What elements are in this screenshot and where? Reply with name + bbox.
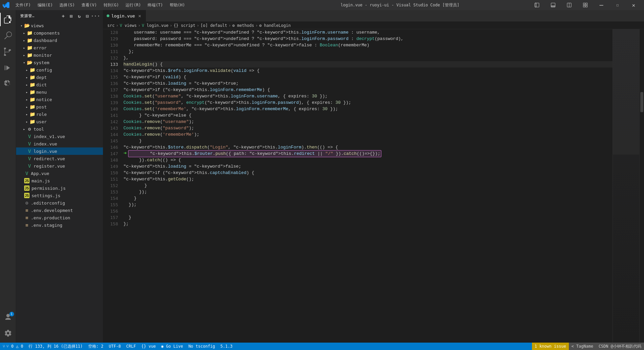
- tree-item-env-dev[interactable]: ▸ ≡ .env.development: [16, 207, 103, 214]
- run-button[interactable]: [0, 60, 16, 76]
- tab-close-button[interactable]: ✕: [137, 13, 142, 18]
- code-line-157: }: [123, 214, 612, 221]
- tree-item-app[interactable]: ▸ V App.vue: [16, 170, 103, 177]
- code-line-136: "c-keyword">this.loading = "c-keyword">t…: [123, 80, 612, 87]
- tree-item-config[interactable]: ▸ 📁 config: [16, 66, 103, 74]
- search-button[interactable]: [0, 28, 16, 44]
- refresh-icon[interactable]: ↻: [76, 13, 83, 19]
- tree-item-components[interactable]: ▸ 📁 components: [16, 29, 103, 37]
- status-tsconfig[interactable]: No tsconfig: [186, 343, 218, 350]
- tree-item-env-prod[interactable]: ▸ ≡ .env.production: [16, 214, 103, 221]
- status-go-live[interactable]: ◉ Go Live: [159, 343, 186, 350]
- env-file-icon: ≡: [24, 215, 30, 220]
- tree-item-error[interactable]: ▸ 📁 error: [16, 44, 103, 51]
- tree-item-system[interactable]: ▾ 📂 system: [16, 59, 103, 66]
- new-folder-icon[interactable]: ⊞: [68, 13, 75, 19]
- known-issue-button[interactable]: 1 known issue: [532, 343, 569, 350]
- tree-label-components: components: [34, 31, 60, 36]
- svg-rect-6: [583, 3, 585, 5]
- layout-icon[interactable]: [578, 0, 593, 10]
- split-editor-icon[interactable]: [561, 0, 577, 10]
- breadcrumb-sep-2: ›: [138, 23, 141, 28]
- vertical-scrollbar[interactable]: [639, 29, 644, 343]
- menu-help[interactable]: 帮助(H): [166, 0, 189, 10]
- tree-item-permission-js[interactable]: ▸ JS permission.js: [16, 184, 103, 192]
- tree-item-tool[interactable]: ▸ ⚙ tool: [16, 125, 103, 133]
- tree-item-post[interactable]: ▸ 📁 post: [16, 103, 103, 111]
- tree-item-dict[interactable]: ▸ 📁 dict: [16, 81, 103, 88]
- tree-item-views[interactable]: ▾ 📂 views: [16, 22, 103, 29]
- tree-item-main-js[interactable]: ▸ JS main.js: [16, 177, 103, 184]
- folder-icon: 📁: [30, 97, 35, 102]
- explorer-button[interactable]: [0, 11, 16, 28]
- code-content[interactable]: username: username === "c-keyword">undef…: [121, 29, 612, 343]
- tree-item-dept[interactable]: ▸ 📁 dept: [16, 74, 103, 81]
- sidebar-toggle-icon[interactable]: [529, 0, 545, 10]
- code-line-146: "c-keyword">this.$store.dispatch("Login"…: [123, 144, 612, 150]
- tree-item-editorconfig[interactable]: ▸ ⚙ .editorconfig: [16, 199, 103, 207]
- breadcrumb-script[interactable]: {} script: [173, 23, 195, 28]
- settings-button[interactable]: [0, 325, 16, 341]
- breadcrumb-login-vue[interactable]: V login.vue: [142, 23, 168, 28]
- folder-icon: 📁: [27, 38, 32, 43]
- code-line-156: [123, 208, 612, 214]
- tree-item-redirect[interactable]: ▸ V redirect.vue: [16, 155, 103, 162]
- tree-item-menu[interactable]: ▸ 📁 menu: [16, 88, 103, 96]
- account-button[interactable]: 1: [0, 309, 16, 325]
- code-line-138: Cookies.set("username", "c-keyword">this…: [123, 93, 612, 99]
- status-bar: ⑂ ⑂ 0 △ 0 行 133, 列 16 (已选择11) 空格: 2 UTF-…: [0, 343, 644, 350]
- code-editor[interactable]: 1281291301311321331341351361371381391401…: [103, 29, 644, 343]
- new-file-icon[interactable]: +: [60, 13, 67, 19]
- breadcrumb-default[interactable]: [o] default: [201, 23, 227, 28]
- folder-icon: 📁: [27, 52, 32, 58]
- extensions-button[interactable]: [0, 76, 16, 92]
- close-button[interactable]: ✕: [626, 0, 641, 10]
- tree-label-dept: dept: [36, 75, 47, 80]
- menu-run[interactable]: 运行(R): [122, 0, 144, 10]
- arrow-icon: ▸: [24, 103, 30, 111]
- breadcrumb-src[interactable]: src: [107, 23, 115, 28]
- tree-item-role[interactable]: ▸ 📁 role: [16, 111, 103, 118]
- status-encoding[interactable]: UTF-8: [106, 343, 123, 350]
- menu-file[interactable]: 文件(F): [12, 0, 34, 10]
- status-version[interactable]: 5.1.3: [218, 343, 235, 350]
- tree-item-dashboard[interactable]: ▸ 📁 dashboard: [16, 37, 103, 44]
- tree-item-monitor[interactable]: ▸ 📁 monitor: [16, 51, 103, 59]
- panel-toggle-icon[interactable]: [545, 0, 561, 10]
- status-language[interactable]: {} vue: [139, 343, 158, 350]
- source-control-button[interactable]: [0, 44, 16, 60]
- status-eol[interactable]: CRLF: [123, 343, 139, 350]
- code-line-134: "c-keyword">this.$refs.loginForm.validat…: [123, 68, 612, 74]
- menu-edit[interactable]: 编辑(E): [34, 0, 56, 10]
- tab-label: login.vue: [111, 13, 135, 18]
- breadcrumb-methods[interactable]: ⚙ methods: [232, 23, 254, 28]
- tab-login-vue[interactable]: login.vue ✕: [103, 10, 146, 21]
- tree-item-login[interactable]: ▸ V login.vue: [16, 147, 103, 155]
- tree-item-settings-js[interactable]: ▸ JS settings.js: [16, 192, 103, 199]
- tree-item-notice[interactable]: ▸ 📁 notice: [16, 96, 103, 103]
- tree-item-user[interactable]: ▸ 📁 user: [16, 118, 103, 125]
- status-git-icon[interactable]: ⑂ ⑂ 0 △ 0: [0, 343, 26, 350]
- minimize-button[interactable]: ─: [594, 0, 609, 10]
- tree-item-register[interactable]: ▸ V register.vue: [16, 162, 103, 170]
- vue-icon: V: [120, 23, 122, 28]
- menu-view[interactable]: 查看(V): [78, 0, 100, 10]
- menu-select[interactable]: 选择(S): [56, 0, 78, 10]
- status-spaces[interactable]: 空格: 2: [86, 343, 106, 350]
- code-line-131: };: [123, 48, 612, 55]
- tree-label-index-v1: index_v1.vue: [34, 134, 65, 139]
- maximize-button[interactable]: ☐: [610, 0, 625, 10]
- tree-item-index-v1[interactable]: ▸ V index_v1.vue: [16, 133, 103, 140]
- tree-item-env-staging[interactable]: ▸ ≡ .env.staging: [16, 221, 103, 229]
- more-icon[interactable]: ···: [92, 13, 99, 19]
- breadcrumb-views[interactable]: V views: [120, 23, 137, 28]
- status-position[interactable]: 行 133, 列 16 (已选择11): [26, 343, 85, 350]
- breadcrumb-handle-login[interactable]: ⚙ handleLogin: [259, 23, 291, 28]
- menu-terminal[interactable]: 终端(T): [144, 0, 166, 10]
- scroll-thumb[interactable]: [640, 92, 643, 112]
- vue-file-icon: V: [24, 171, 30, 176]
- folder-icon: 📁: [30, 112, 35, 117]
- menu-goto[interactable]: 转到(G): [100, 0, 122, 10]
- tree-item-index[interactable]: ▸ V index.vue: [16, 140, 103, 147]
- collapse-icon[interactable]: ⊟: [84, 13, 91, 19]
